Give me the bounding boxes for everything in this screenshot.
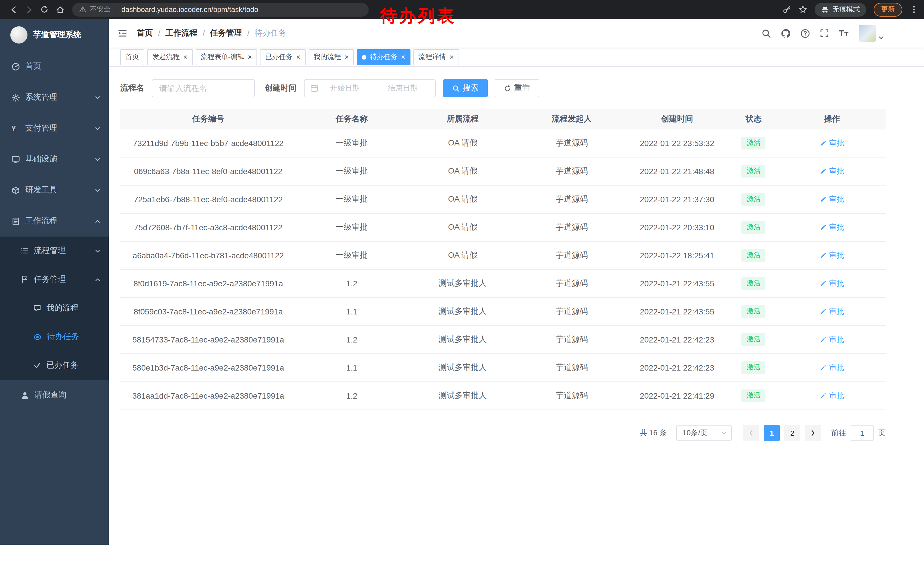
next-page-button[interactable]: [805, 425, 821, 441]
close-icon[interactable]: ×: [401, 53, 405, 61]
sidebar-item-my-process[interactable]: 我的流程: [0, 294, 109, 323]
page-2-button[interactable]: 2: [784, 425, 800, 441]
key-icon[interactable]: [783, 5, 791, 14]
approve-link[interactable]: 审批: [820, 250, 844, 261]
cell-task-name: 一级审批: [296, 213, 407, 242]
cell-process: 测试多审批人: [407, 326, 518, 354]
dashboard-icon: [12, 62, 20, 71]
cell-task-id: 75d72608-7b7f-11ec-a3c8-acde48001122: [120, 213, 296, 242]
cell-initiator: 芋道源码: [518, 382, 625, 410]
approve-link[interactable]: 审批: [820, 278, 844, 289]
close-icon[interactable]: ×: [296, 53, 300, 61]
sidebar-item-payment-mgmt[interactable]: ¥ 支付管理: [0, 113, 109, 144]
header-process: 所属流程: [407, 109, 518, 129]
menu-dots-icon[interactable]: [910, 5, 918, 14]
sidebar-menu: 首页 系统管理 ¥ 支付管理 基础设施 研发工具: [0, 51, 109, 411]
cell-create-time: 2022-01-21 22:42:23: [626, 326, 729, 354]
flag-icon: [21, 275, 28, 284]
user-avatar[interactable]: [859, 25, 884, 42]
page-size-select[interactable]: 10条/页: [676, 425, 732, 441]
reset-button[interactable]: 重置: [495, 79, 539, 98]
cell-initiator: 芋道源码: [518, 129, 625, 157]
tab-todo-tasks[interactable]: 待办任务 ×: [357, 49, 411, 65]
prev-page-button[interactable]: [743, 425, 759, 441]
page-1-button[interactable]: 1: [764, 425, 780, 441]
update-button[interactable]: 更新: [874, 3, 902, 17]
approve-link[interactable]: 审批: [820, 194, 844, 204]
approve-link[interactable]: 审批: [820, 138, 844, 148]
close-icon[interactable]: ×: [248, 53, 252, 61]
sidebar-item-leave-query[interactable]: 请假查询: [0, 380, 109, 411]
approve-link[interactable]: 审批: [820, 390, 844, 401]
search-icon: [452, 84, 460, 92]
avatar: [859, 25, 876, 42]
clipboard-icon: [12, 217, 20, 225]
sidebar-item-home[interactable]: 首页: [0, 51, 109, 82]
home-button[interactable]: [52, 2, 68, 17]
address-bar[interactable]: 不安全 dashboard.yudao.iocoder.cn/bpm/task/…: [72, 3, 369, 17]
help-icon[interactable]: [800, 29, 810, 38]
table-row: 75d72608-7b7f-11ec-a3c8-acde48001122 一级审…: [120, 213, 886, 242]
cell-status: 激活: [729, 326, 778, 354]
tab-home[interactable]: 首页: [120, 49, 144, 65]
cell-task-name: 1.2: [296, 326, 407, 354]
close-icon[interactable]: ×: [449, 53, 454, 61]
sidebar-item-label: 流程管理: [34, 246, 66, 256]
approve-link[interactable]: 审批: [820, 166, 844, 176]
sidebar-item-process-mgmt[interactable]: 流程管理: [0, 237, 109, 265]
sidebar-item-todo-tasks[interactable]: 待办任务: [0, 323, 109, 351]
approve-link[interactable]: 审批: [820, 335, 844, 345]
app-logo: 芋道管理系统: [0, 19, 109, 51]
sidebar-item-dev-tools[interactable]: 研发工具: [0, 175, 109, 206]
table-row: 725a1eb6-7b88-11ec-8ef0-acde48001122 一级审…: [120, 185, 886, 213]
refresh-button[interactable]: [37, 2, 52, 17]
date-range-picker[interactable]: 开始日期 - 结束日期: [304, 79, 436, 98]
approve-link[interactable]: 审批: [820, 363, 844, 373]
reset-button-label: 重置: [514, 83, 530, 93]
breadcrumb-task-mgmt[interactable]: 任务管理: [210, 28, 242, 38]
cell-initiator: 芋道源码: [518, 354, 625, 382]
breadcrumb-workflow[interactable]: 工作流程: [165, 28, 198, 38]
sidebar-item-workflow[interactable]: 工作流程: [0, 206, 109, 237]
goto-page-input[interactable]: [851, 425, 874, 441]
active-dot: [362, 55, 367, 59]
font-size-icon[interactable]: [839, 29, 849, 38]
sidebar-item-infrastructure[interactable]: 基础设施: [0, 144, 109, 175]
sidebar-item-system-mgmt[interactable]: 系统管理: [0, 82, 109, 113]
approve-link[interactable]: 审批: [820, 222, 844, 233]
tab-label: 流程详情: [418, 52, 446, 62]
tab-start-process[interactable]: 发起流程 ×: [147, 49, 193, 65]
forward-button[interactable]: [21, 2, 37, 17]
search-icon[interactable]: [761, 29, 771, 38]
approve-label: 审批: [829, 166, 844, 176]
star-icon[interactable]: [799, 5, 807, 14]
fold-sidebar-icon[interactable]: [117, 28, 128, 38]
tab-my-process[interactable]: 我的流程 ×: [309, 49, 354, 65]
fullscreen-icon[interactable]: [820, 29, 829, 38]
tab-label: 流程表单-编辑: [201, 52, 244, 62]
approve-link[interactable]: 审批: [820, 306, 844, 317]
cell-initiator: 芋道源码: [518, 326, 625, 354]
process-name-input[interactable]: [152, 79, 255, 98]
gear-icon: [12, 93, 20, 102]
sidebar-item-task-mgmt[interactable]: 任务管理: [0, 265, 109, 294]
cell-task-name: 1.2: [296, 269, 407, 297]
github-icon[interactable]: [781, 29, 790, 38]
cell-process: 测试多审批人: [407, 269, 518, 297]
table-row: 73211d9d-7b9b-11ec-b5b7-acde48001122 一级审…: [120, 129, 886, 157]
breadcrumb-home[interactable]: 首页: [137, 28, 153, 38]
annotation-text: 待办列表: [380, 5, 456, 28]
sidebar-item-done-tasks[interactable]: 已办任务: [0, 351, 109, 380]
tab-process-form-edit[interactable]: 流程表单-编辑 ×: [195, 49, 257, 65]
cell-create-time: 2022-01-22 21:48:48: [626, 157, 729, 185]
back-button[interactable]: [6, 2, 21, 17]
tab-process-detail[interactable]: 流程详情 ×: [413, 49, 459, 65]
table-row: 580e1b3d-7ac8-11ec-a9e2-a2380e71991a 1.1…: [120, 354, 886, 382]
close-icon[interactable]: ×: [183, 53, 188, 61]
chevron-down-icon: [878, 35, 884, 41]
cell-status: 激活: [729, 185, 778, 213]
search-button[interactable]: 搜索: [443, 79, 488, 98]
tab-done-tasks[interactable]: 已办任务 ×: [260, 49, 305, 65]
todo-task-table: 任务编号 任务名称 所属流程 流程发起人 创建时间 状态 操作 73211d9d…: [120, 109, 886, 410]
close-icon[interactable]: ×: [345, 53, 349, 61]
